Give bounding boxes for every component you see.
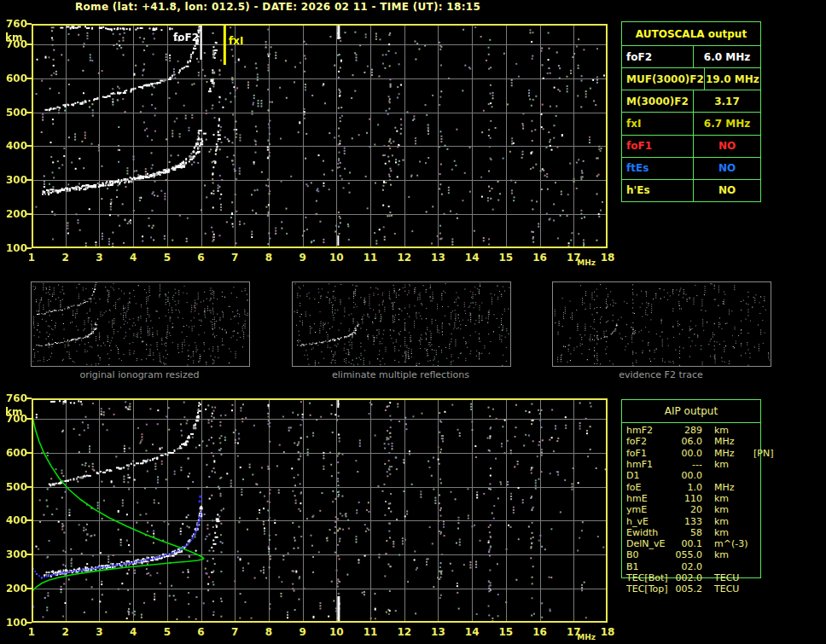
autoscala-row-value: 3.17: [694, 90, 760, 112]
aip-table-body: hmF2289kmfoF206.0MHzfoF100.0MHz[PN]hmF1-…: [622, 425, 760, 595]
bottom-y-tick: [26, 519, 32, 521]
bottom-km-unit-label: km: [5, 406, 22, 418]
top-y-tick: [26, 179, 32, 181]
aip-row-unit: km: [714, 425, 752, 436]
bottom-y-tick: [26, 554, 32, 555]
autoscala-row: h'EsNO: [622, 180, 760, 201]
aip-row-label: foF1: [622, 448, 673, 459]
aip-row-label: ymE: [622, 504, 673, 515]
autoscala-row: foF26.0 MHz: [622, 46, 760, 68]
top-y-tick: [26, 78, 32, 79]
aip-row-value: 02.0: [673, 561, 702, 572]
aip-row: foF100.0MHz[PN]: [622, 448, 760, 459]
top-y-tick-label: 500: [0, 107, 27, 119]
top-km-unit-label: km: [5, 32, 22, 44]
aip-row: B0055.0km: [622, 549, 760, 560]
top-ionogram-canvas: [32, 24, 608, 248]
top-y-tick: [26, 44, 32, 45]
top-y-tick-label: 200: [0, 208, 27, 220]
bottom-x-tick-label: 8: [259, 626, 279, 638]
aip-row: foF206.0MHz: [622, 436, 760, 447]
aip-row-unit: km: [714, 549, 752, 560]
top-x-tick-label: 2: [55, 252, 76, 264]
bottom-x-tick-label: 4: [123, 626, 143, 638]
bottom-x-tick-label: 15: [496, 626, 516, 638]
aip-row-value: 1.0: [673, 482, 702, 493]
top-x-tick-label: 1: [21, 252, 42, 264]
top-x-tick-label: 7: [224, 252, 245, 264]
aip-row-value: 055.0: [673, 549, 702, 560]
aip-row: Ewidth58km: [622, 527, 760, 538]
autoscala-row: foF1NO: [622, 136, 760, 158]
aip-row-value: 289: [673, 425, 702, 436]
aip-row-unit: TECU: [714, 572, 752, 583]
aip-row-extra: [PN]: [753, 448, 773, 459]
aip-table-title: AIP output: [622, 400, 760, 423]
aip-row-label: D1: [622, 470, 673, 481]
top-y-tick: [26, 213, 32, 215]
aip-row-unit: km: [714, 516, 752, 527]
bottom-x-tick-label: 3: [89, 626, 109, 638]
aip-row-value: 00.0: [673, 448, 702, 459]
bottom-x-tick-label: 7: [224, 626, 245, 638]
aip-row: TEC[Top]005.2TECU: [622, 583, 760, 595]
thumbnail-original-ionogram: [31, 281, 250, 367]
bottom-x-tick-label: 18: [597, 626, 618, 638]
top-y-tick: [26, 145, 32, 147]
top-x-tick-label: 12: [394, 252, 415, 264]
aip-row-label: DelN_vE: [622, 538, 673, 549]
aip-row: DelN_vE00.1m^(-3): [622, 538, 760, 549]
bottom-y-tick-label: 760: [0, 392, 27, 404]
aip-row-unit: TECU: [714, 583, 752, 595]
fxi-marker-label: fxI: [229, 35, 243, 47]
aip-row-value: 58: [673, 527, 702, 538]
aip-row-value: 00.0: [673, 470, 702, 481]
thumbnail-original-canvas: [32, 282, 249, 366]
thumbnail-caption-evidence: evidence F2 trace: [552, 369, 770, 380]
bottom-x-tick-label: 5: [157, 626, 177, 638]
autoscala-row-value: 6.7 MHz: [694, 113, 760, 134]
top-x-tick-label: 14: [462, 252, 482, 264]
bottom-y-tick: [26, 588, 32, 589]
aip-row-label: foF2: [622, 436, 673, 447]
bottom-x-tick-label: 2: [55, 626, 76, 638]
thumbnail-eliminate-reflections: [292, 281, 511, 367]
bottom-x-tick-label: 10: [326, 626, 346, 638]
bottom-x-tick-label: 1: [21, 626, 42, 638]
autoscala-row-label: MUF(3000)F2: [622, 68, 705, 90]
top-x-tick-label: 13: [428, 252, 448, 264]
bottom-x-tick-label: 9: [293, 626, 313, 638]
aip-row-value: 06.0: [673, 436, 702, 447]
bottom-y-tick: [26, 622, 32, 624]
autoscala-row-value: 19.0 MHz: [705, 68, 760, 90]
bottom-x-tick-label: 6: [191, 626, 212, 638]
thumbnail-caption-original: original ionogram resized: [31, 369, 248, 380]
top-y-tick-label: 760: [0, 18, 27, 30]
aip-row: hmF1---km: [622, 459, 760, 470]
aip-row-unit: km: [714, 504, 752, 515]
aip-row: ymE20km: [622, 504, 760, 515]
top-x-tick-label: 5: [157, 252, 177, 264]
top-x-tick-label: 8: [259, 252, 279, 264]
top-y-tick-label: 400: [0, 140, 27, 152]
autoscala-row-value: 6.0 MHz: [694, 46, 760, 67]
thumbnail-eliminate-canvas: [293, 282, 510, 366]
bottom-mhz-unit-label: MHz: [577, 631, 596, 643]
bottom-x-tick-label: 12: [394, 626, 415, 638]
page-title: Rome (lat: +41.8, lon: 012.5) - DATE: 20…: [75, 1, 480, 13]
autoscala-row-label: ftEs: [622, 158, 694, 179]
aip-row-label: Ewidth: [622, 527, 673, 538]
aip-row-label: TEC[Bot]: [622, 572, 673, 583]
aip-row-value: 110: [673, 493, 702, 504]
bottom-x-tick-label: 13: [428, 626, 448, 638]
top-y-tick-label: 300: [0, 174, 27, 186]
bottom-x-tick-label: 14: [462, 626, 482, 638]
aip-row-label: hmE: [622, 493, 673, 504]
autoscala-row-value: NO: [694, 136, 760, 157]
aip-output-table: AIP output hmF2289kmfoF206.0MHzfoF100.0M…: [621, 399, 761, 578]
aip-row-value: 00.1: [673, 538, 702, 549]
aip-row: foE1.0MHz: [622, 481, 760, 492]
aip-row: D100.0: [622, 470, 760, 481]
top-y-tick: [26, 112, 32, 113]
autoscala-row-value: NO: [694, 180, 760, 201]
